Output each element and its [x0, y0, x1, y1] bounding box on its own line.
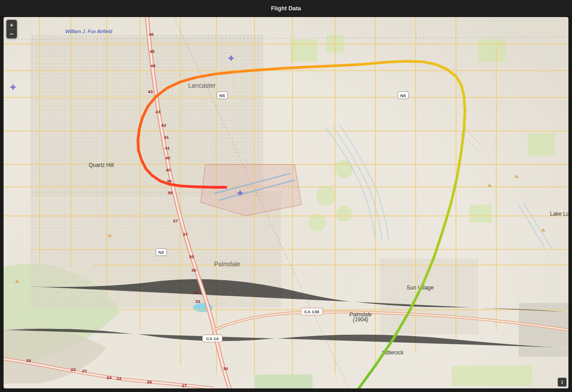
window-title: Flight Data	[271, 5, 301, 12]
svg-text:46: 46	[149, 32, 154, 37]
svg-line-100	[234, 70, 257, 72]
svg-text:45: 45	[150, 49, 155, 54]
svg-text:22: 22	[71, 367, 76, 372]
zoom-controls: + −	[6, 20, 17, 38]
svg-text:N5: N5	[219, 93, 225, 98]
svg-text:27: 27	[182, 383, 187, 388]
svg-rect-12	[469, 205, 492, 222]
window-titlebar: Flight Data	[0, 0, 572, 17]
svg-line-107	[407, 61, 422, 62]
svg-line-84	[169, 184, 181, 186]
label-palmdale: Palmdale	[214, 260, 241, 268]
svg-point-13	[335, 160, 353, 178]
svg-line-114	[464, 111, 465, 129]
svg-text:26: 26	[147, 379, 152, 384]
svg-text:N2: N2	[159, 250, 164, 255]
zoom-out-button[interactable]: −	[7, 29, 17, 38]
svg-rect-8	[290, 39, 317, 62]
svg-text:41: 41	[164, 135, 169, 140]
svg-point-16	[336, 205, 352, 222]
svg-rect-11	[528, 133, 555, 156]
label-quartz-hill: Quartz Hill	[89, 162, 114, 168]
map-frame: William J. Fox Airfield Lancaster Quartz…	[4, 17, 568, 388]
svg-text:33: 33	[194, 290, 199, 295]
svg-line-83	[181, 186, 196, 187]
svg-line-82	[196, 187, 214, 187]
svg-text:43: 43	[155, 109, 161, 114]
svg-line-106	[387, 61, 407, 62]
svg-rect-17	[254, 375, 313, 388]
attribution-button[interactable]: i	[558, 378, 567, 387]
svg-line-104	[335, 64, 362, 66]
svg-line-90	[138, 140, 138, 150]
svg-text:35: 35	[191, 268, 197, 273]
zoom-in-button[interactable]: +	[7, 20, 17, 29]
svg-text:33: 33	[195, 299, 201, 304]
svg-text:24: 24	[116, 376, 122, 381]
svg-text:CA 14: CA 14	[206, 336, 219, 341]
svg-rect-18	[452, 366, 532, 386]
svg-text:42: 42	[161, 123, 167, 128]
svg-line-101	[257, 68, 281, 70]
svg-line-91	[138, 129, 139, 140]
svg-rect-10	[478, 39, 505, 62]
svg-text:19: 19	[26, 358, 31, 363]
svg-text:40: 40	[166, 167, 171, 172]
svg-line-102	[281, 67, 308, 68]
map-canvas[interactable]: William J. Fox Airfield Lancaster Quartz…	[4, 17, 568, 388]
svg-text:35: 35	[189, 254, 194, 259]
svg-line-103	[308, 66, 335, 67]
svg-text:37: 37	[183, 232, 188, 237]
svg-text:24: 24	[107, 375, 112, 380]
svg-line-113	[464, 97, 465, 111]
svg-text:CA 138: CA 138	[304, 309, 319, 314]
svg-text:30: 30	[223, 366, 228, 371]
app-window: Flight Data	[0, 0, 572, 392]
label-lancaster: Lancaster	[188, 82, 216, 89]
svg-point-14	[316, 186, 336, 206]
svg-text:44: 44	[151, 63, 156, 68]
svg-text:22: 22	[82, 368, 87, 373]
svg-text:N5: N5	[400, 93, 406, 98]
svg-text:39: 39	[168, 190, 173, 195]
label-lake-los: Lake Los	[550, 211, 568, 217]
svg-text:41: 41	[165, 145, 170, 150]
svg-text:43: 43	[148, 89, 153, 94]
label-fox-airfield: William J. Fox Airfield	[65, 29, 112, 34]
svg-text:40: 40	[165, 155, 171, 160]
svg-text:37: 37	[173, 218, 178, 223]
